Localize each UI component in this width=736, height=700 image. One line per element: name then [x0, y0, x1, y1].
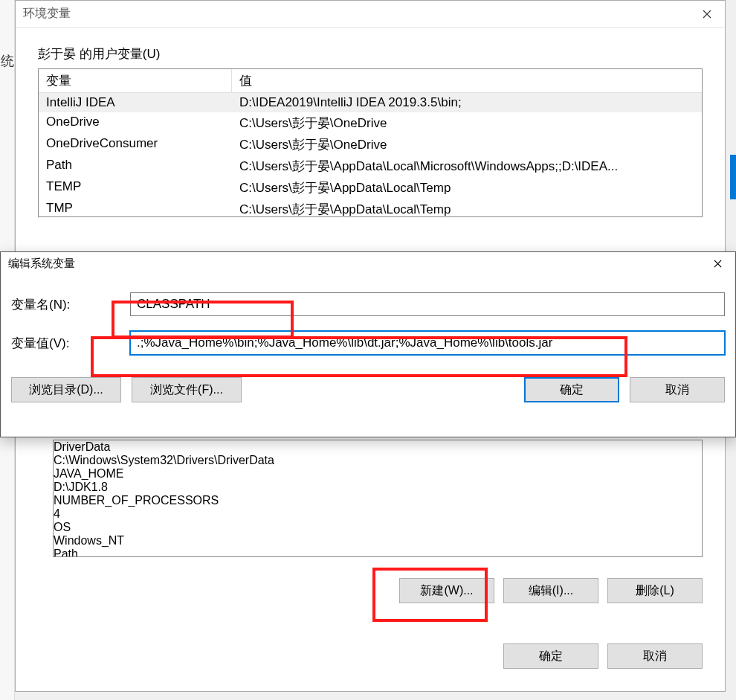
user-vars-label: 彭于晏 的用户变量(U) — [38, 45, 703, 62]
cell-var-name: NUMBER_OF_PROCESSORS — [54, 494, 702, 507]
table-row[interactable]: TMPC:\Users\彭于晏\AppData\Local\Temp — [39, 199, 702, 217]
cell-var-value: 4 — [54, 507, 702, 521]
cell-var-name: Path — [54, 548, 702, 557]
table-row[interactable]: TEMPC:\Users\彭于晏\AppData\Local\Temp — [39, 177, 702, 199]
cell-var-name: OS — [54, 521, 702, 534]
user-vars-section: 彭于晏 的用户变量(U) 变量 值 IntelliJ IDEAD:\IDEA20… — [16, 28, 725, 225]
browse-directory-button[interactable]: 浏览目录(D)... — [11, 377, 121, 402]
cell-var-value: C:\Users\彭于晏\OneDrive — [232, 134, 702, 155]
cell-var-value: C:\Users\彭于晏\AppData\Local\Temp — [232, 199, 702, 217]
delete-button[interactable]: 删除(L) — [607, 578, 703, 603]
table-row[interactable]: PathC:\Users\彭于晏\AppData\Local\Microsoft… — [39, 155, 702, 177]
var-value-row: 变量值(V): — [11, 331, 725, 355]
table-row[interactable]: IntelliJ IDEAD:\IDEA2019\IntelliJ IDEA 2… — [39, 93, 702, 112]
user-vars-table[interactable]: 变量 值 IntelliJ IDEAD:\IDEA2019\IntelliJ I… — [38, 68, 703, 217]
cell-var-value: C:\Users\彭于晏\AppData\Local\Microsoft\Win… — [232, 155, 702, 177]
table-row[interactable]: DriverDataC:\Windows\System32\Drivers\Dr… — [54, 440, 702, 467]
table-row[interactable]: OneDriveConsumerC:\Users\彭于晏\OneDrive — [39, 134, 702, 155]
var-value-label: 变量值(V): — [11, 335, 130, 352]
cell-var-name: Path — [39, 155, 232, 177]
table-row[interactable]: NUMBER_OF_PROCESSORS4 — [54, 494, 702, 521]
table-row[interactable]: JAVA_HOMED:\JDK1.8 — [54, 467, 702, 494]
var-value-input[interactable] — [130, 331, 725, 355]
cell-var-name: IntelliJ IDEA — [39, 93, 232, 112]
table-row[interactable]: PathC:\Windows\system32;C:\Windows;C:\Wi… — [54, 548, 702, 557]
cell-var-name: OneDrive — [39, 112, 232, 134]
table-row[interactable]: OneDriveC:\Users\彭于晏\OneDrive — [39, 112, 702, 134]
cell-var-name: DriverData — [54, 440, 702, 454]
cell-var-name: OneDriveConsumer — [39, 134, 232, 155]
cell-var-name: JAVA_HOME — [54, 467, 702, 481]
close-icon[interactable] — [689, 1, 725, 28]
new-button[interactable]: 新建(W)... — [399, 578, 494, 603]
header-var: 变量 — [39, 69, 232, 92]
cell-var-value: C:\Users\彭于晏\AppData\Local\Temp — [232, 177, 702, 199]
cell-var-value: Windows_NT — [54, 534, 702, 548]
cell-var-value: D:\IDEA2019\IntelliJ IDEA 2019.3.5\bin; — [232, 93, 702, 112]
cell-var-value: C:\Windows\System32\Drivers\DriverData — [54, 454, 702, 467]
cancel-button[interactable]: 取消 — [607, 643, 703, 669]
cell-var-value: D:\JDK1.8 — [54, 481, 702, 494]
edit-ok-button[interactable]: 确定 — [524, 377, 619, 402]
bg-char: 统 — [0, 52, 14, 70]
table-header: 变量 值 — [39, 69, 702, 93]
header-val: 值 — [232, 69, 702, 92]
ok-button[interactable]: 确定 — [503, 643, 598, 669]
titlebar[interactable]: 环境变量 — [16, 1, 725, 28]
dialog-bottom-buttons: 确定 取消 — [503, 643, 703, 669]
edit-dialog-buttons: 浏览目录(D)... 浏览文件(F)... 确定 取消 — [1, 370, 735, 402]
background-accent-strip — [730, 155, 736, 199]
close-icon[interactable] — [700, 252, 735, 274]
edit-system-var-dialog: 编辑系统变量 变量名(N): 变量值(V): 浏览目录(D)... 浏览文件(F… — [0, 251, 736, 437]
cell-var-value: C:\Users\彭于晏\OneDrive — [232, 112, 702, 134]
edit-titlebar[interactable]: 编辑系统变量 — [1, 252, 735, 274]
var-name-row: 变量名(N): — [11, 292, 725, 316]
var-name-input[interactable] — [130, 292, 725, 316]
edit-button[interactable]: 编辑(I)... — [503, 578, 598, 603]
dialog-title: 环境变量 — [23, 6, 71, 22]
table-row[interactable]: OSWindows_NT — [54, 521, 702, 548]
cell-var-name: TMP — [39, 199, 232, 217]
system-vars-button-row: 新建(W)... 编辑(I)... 删除(L) — [399, 578, 703, 603]
system-vars-table[interactable]: DriverDataC:\Windows\System32\Drivers\Dr… — [53, 440, 703, 557]
edit-cancel-button[interactable]: 取消 — [630, 377, 725, 402]
var-name-label: 变量名(N): — [11, 296, 130, 313]
cell-var-name: TEMP — [39, 177, 232, 199]
browse-file-button[interactable]: 浏览文件(F)... — [132, 377, 242, 402]
edit-dialog-title: 编辑系统变量 — [8, 257, 75, 271]
